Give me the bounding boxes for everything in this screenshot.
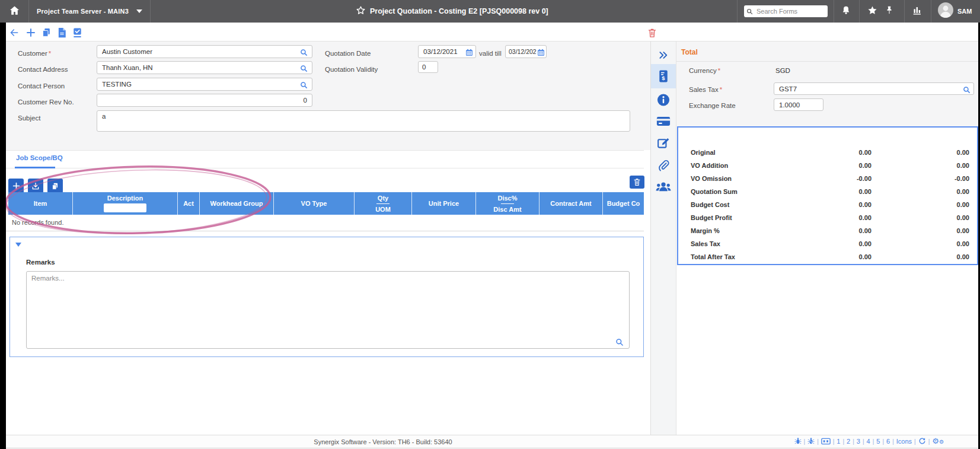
remarks-collapse-icon[interactable] — [15, 243, 21, 247]
favorite-star-icon[interactable] — [356, 5, 366, 18]
totals-row-quotation-sum: Quotation Sum0.000.00 — [678, 188, 977, 201]
bell-icon — [841, 5, 851, 18]
customer-rev-input[interactable] — [97, 94, 312, 107]
page-title: Project Quotation - Costing E2 [PJSQ0000… — [370, 7, 548, 15]
grid-add-row-button[interactable] — [8, 179, 24, 193]
back-button[interactable] — [8, 27, 20, 39]
sidebar-item-edit[interactable] — [657, 136, 671, 150]
quotation-validity-label: Quotation Validity — [325, 66, 378, 73]
column-header-vo-type[interactable]: VO Type — [274, 192, 355, 215]
customer-label: Customer* — [18, 50, 51, 57]
svg-text:$: $ — [662, 75, 665, 81]
column-header-act[interactable]: Act — [178, 192, 200, 215]
settings-gear-icon[interactable]: ⚙⚙ — [932, 437, 944, 445]
section-divider — [6, 150, 644, 151]
quotation-validity-input[interactable] — [418, 61, 438, 73]
contact-address-label: Contact Address — [18, 66, 68, 73]
tab-job-scope-bq[interactable]: Job Scope/BQ — [16, 154, 63, 161]
delete-document-button[interactable] — [646, 27, 658, 39]
valid-till-calendar-icon[interactable] — [537, 48, 545, 59]
favorites-button[interactable] — [867, 0, 878, 23]
star-icon — [867, 5, 878, 18]
server-selector[interactable]: Project Team Server - MAIN3 — [37, 0, 148, 23]
totals-row-total-after-tax: Total After Tax0.000.00 — [678, 253, 977, 266]
customer-lookup-icon[interactable] — [300, 48, 308, 59]
debug-icon[interactable] — [794, 437, 802, 445]
copy-button[interactable] — [40, 27, 52, 39]
column-header-disc-[interactable]: Disc%Disc Amt — [476, 192, 540, 215]
totals-box: Original0.000.00VO Addition0.000.00VO Om… — [677, 126, 978, 265]
chart-icon — [911, 5, 924, 18]
contact-person-input[interactable] — [97, 78, 312, 91]
add-button[interactable] — [25, 27, 37, 39]
footer-page-4[interactable]: 4 — [867, 438, 870, 445]
user-menu[interactable]: SAM — [938, 0, 972, 23]
column-header-budget-co[interactable]: Budget Co — [603, 192, 644, 215]
home-icon — [9, 5, 20, 18]
customer-input[interactable] — [97, 45, 312, 58]
right-sidebar: $ — [650, 42, 676, 435]
totals-divider — [676, 61, 978, 62]
contact-address-input[interactable] — [97, 61, 312, 74]
pinned-button[interactable] — [885, 0, 894, 23]
footer: Synergix Software - Version: TH6 - Build… — [6, 435, 978, 448]
home-button[interactable] — [0, 0, 28, 23]
quotation-date-calendar-icon[interactable] — [465, 48, 473, 59]
grid-header-row: ItemDescriptionActWorkhead GroupVO TypeQ… — [8, 192, 644, 215]
footer-version-text: Synergix Software - Version: TH6 - Build… — [314, 438, 452, 445]
subject-label: Subject — [18, 114, 40, 122]
collapse-panel-button[interactable] — [657, 50, 669, 60]
sidebar-item-payment-card[interactable] — [656, 116, 671, 127]
grid-empty-text: No records found. — [12, 219, 63, 226]
column-header-contract-amt[interactable]: Contract Amt — [540, 192, 603, 215]
footer-icons-link[interactable]: Icons — [896, 438, 912, 445]
sales-tax-label: Sales Tax* — [689, 86, 722, 93]
dashboard-button[interactable] — [911, 0, 924, 23]
caret-down-icon — [136, 9, 142, 13]
sidebar-item-info[interactable] — [657, 93, 671, 107]
tabbar-divider — [6, 168, 644, 168]
column-header-qty[interactable]: QtyUOM — [355, 192, 412, 215]
footer-pages: 123456 — [837, 438, 896, 445]
pdf-icon[interactable] — [56, 27, 68, 39]
subject-input[interactable]: a — [97, 110, 630, 132]
grid-copy-button[interactable] — [47, 179, 63, 193]
remarks-input[interactable] — [26, 271, 630, 349]
search-forms-box[interactable] — [744, 5, 828, 17]
sidebar-item-attachments[interactable] — [657, 159, 670, 172]
notifications-button[interactable] — [841, 0, 851, 23]
debug-alt-icon[interactable] — [807, 437, 815, 445]
server-name: Project Team Server - MAIN3 — [37, 8, 129, 15]
grid-import-button[interactable] — [28, 179, 43, 193]
sales-tax-input[interactable] — [774, 82, 974, 95]
username: SAM — [957, 8, 972, 15]
column-header-workhead-group[interactable]: Workhead Group — [200, 192, 274, 215]
avatar — [938, 2, 953, 20]
sidebar-item-quotation[interactable]: $ — [658, 69, 669, 83]
contact-address-lookup-icon[interactable] — [300, 64, 308, 75]
remarks-lookup-icon[interactable] — [615, 338, 624, 349]
contact-person-lookup-icon[interactable] — [300, 81, 308, 91]
column-header-unit-price[interactable]: Unit Price — [412, 192, 476, 215]
customer-rev-label: Customer Rev No. — [18, 98, 74, 106]
sales-tax-lookup-icon[interactable] — [963, 85, 971, 96]
screen-edge-left — [0, 23, 6, 449]
exchange-rate-input[interactable] — [774, 98, 823, 111]
submit-button[interactable] — [71, 27, 83, 39]
db-icon[interactable] — [821, 438, 831, 445]
search-forms-input[interactable] — [755, 7, 823, 15]
totals-row-vo-addition: VO Addition0.000.00 — [678, 162, 977, 175]
sidebar-item-team[interactable] — [656, 180, 671, 193]
totals-panel-title: Total — [681, 48, 698, 56]
contact-person-label: Contact Person — [18, 82, 65, 90]
refresh-icon[interactable] — [918, 437, 926, 445]
totals-row-sales-tax: Sales Tax0.000.00 — [678, 240, 977, 253]
footer-links: 123456 Icons ⚙⚙ — [794, 437, 944, 445]
description-filter-input[interactable] — [104, 203, 146, 212]
grid-delete-button[interactable] — [630, 176, 644, 189]
valid-till-label: valid till — [479, 50, 502, 57]
exchange-rate-label: Exchange Rate — [689, 102, 736, 109]
topbar: Project Team Server - MAIN3 Project Quot… — [0, 0, 980, 23]
column-header-description[interactable]: Description — [73, 192, 178, 215]
column-header-item[interactable]: Item — [8, 192, 73, 215]
